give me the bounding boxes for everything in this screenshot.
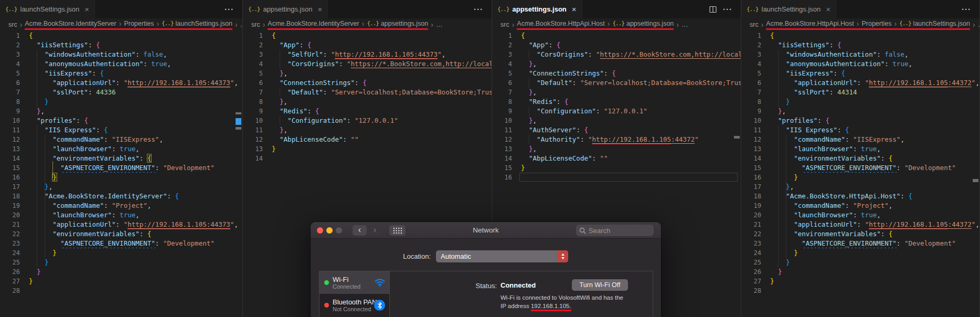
- tab-label: appsettings.json: [263, 5, 313, 13]
- code-line: 15}: [492, 163, 741, 173]
- line-number: 19: [0, 201, 20, 210]
- line-number: 7: [741, 88, 761, 97]
- chevron-right-icon: ›: [608, 20, 610, 27]
- breadcrumb-item[interactable]: …: [978, 21, 979, 28]
- line-number: 5: [741, 69, 761, 78]
- code-line: 16: [492, 173, 741, 182]
- code-editor[interactable]: 1{2 "iisSettings": {3 "windowsAuthentica…: [741, 31, 979, 317]
- code-editor[interactable]: 1{2 "iisSettings": {3 "windowsAuthentica…: [0, 31, 242, 317]
- line-number: 15: [0, 163, 20, 173]
- code-line: 2 "iisSettings": {: [0, 40, 242, 50]
- breadcrumb-item[interactable]: src: [500, 21, 509, 28]
- breadcrumb-item[interactable]: Acme.BookStore.IdentityServer: [268, 20, 359, 27]
- line-number: 24: [741, 248, 761, 258]
- code-line: 13 "launchBrowser": true,: [741, 144, 979, 154]
- line-number: 3: [0, 50, 20, 59]
- overview-ruler-mark: [734, 136, 740, 139]
- line-number: 15: [741, 163, 761, 173]
- line-number: 11: [492, 125, 512, 135]
- tab-launchsettings-json[interactable]: {..} launchSettings.json ×: [741, 0, 836, 18]
- line-number: 14: [492, 154, 512, 163]
- indent-guide: [529, 78, 529, 88]
- line-number: 16: [741, 173, 761, 182]
- breadcrumb-item[interactable]: src: [750, 21, 759, 28]
- window-titlebar[interactable]: ‹ › Network Search: [311, 222, 661, 239]
- ellipsis-icon[interactable]: ···: [723, 5, 732, 14]
- breadcrumb-item[interactable]: …: [436, 21, 443, 28]
- code-line: 20 "launchBrowser": true,: [741, 210, 979, 220]
- line-number: 20: [0, 210, 20, 220]
- breadcrumb-item[interactable]: Acme.BookStore.IdentityServer: [25, 20, 116, 27]
- connection-detail-text: Wi-Fi is connected to VolosoftWifi and h…: [500, 294, 663, 310]
- code-line: 9 "Redis": {: [243, 107, 492, 116]
- json-file-icon: {..}: [162, 20, 174, 27]
- location-row: Location: Automatic: [311, 250, 661, 263]
- breadcrumb-item[interactable]: appsettings.json: [626, 20, 674, 27]
- chevron-right-icon: ›: [894, 20, 897, 27]
- code-line: 1{: [0, 31, 242, 40]
- line-number: 4: [243, 59, 263, 69]
- close-icon[interactable]: ×: [572, 5, 577, 14]
- indent-guide: [529, 135, 529, 144]
- code-line: 9 },: [0, 107, 242, 116]
- breadcrumb-item[interactable]: appsettings.json: [381, 20, 428, 27]
- indent-guide: [37, 50, 37, 107]
- line-number: 16: [492, 173, 512, 182]
- tab-label: launchSettings.json: [20, 5, 80, 13]
- location-dropdown[interactable]: Automatic: [436, 250, 568, 262]
- close-icon[interactable]: ×: [826, 5, 830, 14]
- close-icon[interactable]: ×: [84, 5, 89, 14]
- line-number: 4: [492, 59, 512, 69]
- line-number: 27: [741, 277, 761, 286]
- breadcrumb-item[interactable]: src: [251, 21, 260, 28]
- breadcrumb-item[interactable]: launchSettings.json: [913, 20, 970, 27]
- code-line: 7 "Default": "Server=localhost;Database=…: [243, 88, 492, 97]
- code-line: 5 "ConnectionStrings": {: [492, 69, 741, 78]
- search-input[interactable]: Search: [576, 225, 654, 236]
- breadcrumb: src›Acme.BookStore.IdentityServer›{..}ap…: [243, 18, 492, 31]
- line-number: 10: [243, 116, 263, 125]
- ellipsis-icon[interactable]: ···: [474, 5, 483, 14]
- line-number: 12: [492, 135, 512, 144]
- chevron-right-icon: ›: [973, 21, 975, 28]
- tab-launchsettings-json[interactable]: {..} launchSettings.json ×: [0, 0, 95, 18]
- line-number: 23: [0, 239, 20, 248]
- indent-guide: [280, 88, 280, 97]
- breadcrumb-item[interactable]: Properties: [861, 20, 891, 27]
- ellipsis-icon[interactable]: ···: [962, 5, 971, 14]
- close-icon[interactable]: ×: [317, 5, 322, 14]
- code-line: 13}: [243, 144, 492, 154]
- line-number: 4: [741, 59, 761, 69]
- code-line: 26 }: [0, 267, 242, 277]
- breadcrumb-item[interactable]: Properties: [124, 20, 154, 27]
- json-file-icon: {..}: [367, 20, 379, 27]
- breadcrumb-item[interactable]: …: [681, 21, 688, 28]
- line-number: 21: [741, 220, 761, 229]
- breadcrumb-item[interactable]: Acme.BookStore.HttpApi.Host: [766, 20, 854, 27]
- line-number: 17: [0, 182, 20, 192]
- tab-appsettings-json[interactable]: {..} appsettings.json ×: [243, 0, 328, 18]
- breadcrumb-item[interactable]: launchSettings.json: [176, 20, 232, 27]
- detail-line1: Wi-Fi is connected to VolosoftWifi and h…: [500, 294, 623, 301]
- split-editor-icon[interactable]: [709, 6, 717, 13]
- line-number: 2: [0, 40, 20, 50]
- ellipsis-icon[interactable]: ···: [225, 5, 234, 14]
- service-wifi[interactable]: Wi-Fi Connected: [319, 271, 389, 294]
- line-number: 25: [741, 258, 761, 267]
- breadcrumb-item[interactable]: Acme.BookStore.HttpApi.Host: [517, 20, 604, 27]
- code-line: 10 "Configuration": "127.0.0.1": [243, 116, 492, 125]
- code-line: 12 "Authority": "http://192.168.1.105:44…: [492, 135, 741, 144]
- code-line: 21 "applicationUrl": "http://192.168.1.1…: [741, 220, 979, 229]
- code-line: 10 "profiles": {: [0, 116, 242, 125]
- overview-ruler-mark: [236, 118, 241, 125]
- turn-wifi-off-button[interactable]: Turn Wi-Fi Off: [572, 279, 628, 291]
- tab-appsettings-json[interactable]: {..} appsettings.json ×: [492, 0, 582, 18]
- editor-group-4: {..} launchSettings.json × ··· src›Acme.…: [741, 0, 980, 317]
- status-dot: [324, 303, 329, 308]
- breadcrumb-item[interactable]: …: [240, 21, 242, 28]
- line-number: 13: [243, 144, 263, 154]
- code-line: 11 "AuthServer": {: [492, 125, 741, 135]
- breadcrumb-item[interactable]: src: [8, 21, 17, 28]
- service-bluetooth-pan[interactable]: Bluetooth PAN Not Connected: [319, 294, 389, 316]
- search-placeholder: Search: [589, 227, 610, 235]
